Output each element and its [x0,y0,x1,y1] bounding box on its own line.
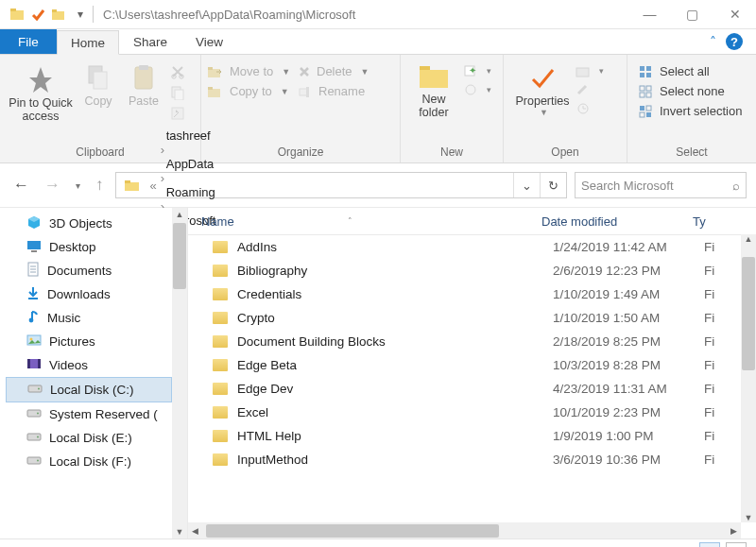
easy-access-button[interactable]: ▾ [463,83,491,96]
list-item[interactable]: AddIns 1/24/2019 11:42 AM Fi [188,235,756,259]
crumb-tashreef[interactable]: tashreef [159,128,224,143]
column-date[interactable]: Date modified [541,214,693,229]
svg-rect-25 [576,68,589,77]
collapse-ribbon-icon[interactable]: ˄ [710,34,716,49]
list-item[interactable]: Document Building Blocks 2/18/2019 8:25 … [188,330,756,353]
svg-point-24 [466,85,475,94]
nav-local-disk-e-[interactable]: Local Disk (E:) [6,426,187,450]
new-folder-button[interactable]: New folder [406,59,461,119]
nav-documents[interactable]: Documents [6,259,187,282]
open-button[interactable]: ▾ [576,64,610,77]
svg-rect-44 [31,250,37,252]
nav-3d-objects[interactable]: 3D Objects [6,212,187,235]
desktop-icon [26,239,42,255]
nav-videos[interactable]: Videos [6,353,187,377]
folder-icon [213,453,228,466]
rename-button[interactable]: Rename [298,84,388,98]
item-name: Edge Dev [237,382,293,396]
svg-text:✦: ✦ [469,65,476,76]
nav-desktop[interactable]: Desktop [6,235,187,259]
tab-file[interactable]: File [0,29,57,54]
ribbon: Pin to Quick access Copy Paste Clipboard [0,54,756,163]
svg-rect-29 [640,73,644,77]
close-button[interactable]: ✕ [713,0,756,28]
qa-properties-icon[interactable] [30,7,45,22]
nav-music[interactable]: Music [6,306,187,330]
nav-recent-button[interactable]: ▾ [72,180,84,191]
pin-quick-access-button[interactable]: Pin to Quick access [6,59,76,123]
nav-back-button[interactable]: ← [9,176,33,195]
tab-view[interactable]: View [181,29,237,54]
item-date: 1/24/2019 11:42 AM [553,240,704,254]
refresh-button[interactable]: ↻ [540,173,566,197]
move-to-button[interactable]: Move to▼ [207,64,298,78]
minimize-button[interactable]: — [628,0,671,28]
column-name[interactable]: Name ˄ [188,214,541,229]
nav-up-button[interactable]: ↑ [92,176,108,195]
nav-scrollbar[interactable]: ▲ ▼ [172,208,187,538]
copy-button[interactable]: Copy [76,59,121,108]
list-item[interactable]: InputMethod 3/6/2019 10:36 PM Fi [188,448,756,471]
group-open-label: Open [509,144,621,162]
folder-icon [213,383,228,395]
group-new: New folder ✦▾ ▾ New [401,55,504,162]
drive-icon [26,454,42,469]
nav-system-reserved-[interactable]: System Reserved ( [6,402,187,426]
item-name: InputMethod [237,453,308,467]
sort-asc-icon: ˄ [348,216,352,226]
drive-icon [26,407,42,421]
list-item[interactable]: Edge Dev 4/23/2019 11:31 AM Fi [188,377,756,401]
svg-rect-33 [640,93,644,97]
svg-rect-27 [640,66,644,71]
item-name: Credentials [237,287,301,301]
new-item-button[interactable]: ✦▾ [463,64,491,77]
copy-path-button[interactable] [170,85,185,100]
nav-label: Videos [49,358,88,372]
select-all-button[interactable]: Select all [639,64,742,78]
select-none-button[interactable]: Select none [639,84,742,98]
paste-button[interactable]: Paste [121,59,166,108]
list-item[interactable]: Excel 10/1/2019 2:23 PM Fi [188,401,756,424]
crumb-roaming[interactable]: Roaming [159,185,224,199]
crumb-appdata[interactable]: AppData [159,157,224,171]
crumb-overflow[interactable]: « [148,179,159,193]
copy-to-button[interactable]: Copy to▼ [207,84,298,98]
list-item[interactable]: Credentials 1/10/2019 1:49 AM Fi [188,282,756,306]
icons-view-button[interactable] [726,542,747,547]
nav-label: Desktop [49,240,96,254]
history-button[interactable] [576,102,610,115]
nav-local-disk-f-[interactable]: Local Disk (F:) [6,450,187,473]
invert-selection-button[interactable]: Invert selection [639,104,742,118]
maximize-button[interactable]: ▢ [671,0,713,28]
tab-share[interactable]: Share [119,29,181,54]
qat-customize-icon[interactable]: ▾ [72,8,89,21]
list-scrollbar-v[interactable]: ▲▼ [741,234,756,522]
address-bar[interactable]: « tashreef›AppData›Roaming›Microsoft› ⌄ … [115,172,568,198]
list-scrollbar-h[interactable]: ◀▶ [188,522,741,538]
list-item[interactable]: HTML Help 1/9/2019 1:00 PM Fi [188,424,756,448]
nav-downloads[interactable]: Downloads [6,282,187,306]
nav-pictures[interactable]: Pictures [6,330,187,353]
edit-button[interactable] [576,83,610,96]
delete-button[interactable]: Delete▼ [298,64,388,78]
item-date: 1/10/2019 1:50 AM [553,311,704,325]
properties-button[interactable]: Properties ▼ [509,59,576,117]
cut-button[interactable] [170,64,185,79]
list-item[interactable]: Crypto 1/10/2019 1:50 AM Fi [188,306,756,330]
help-icon[interactable]: ? [726,33,743,50]
list-item[interactable]: Bibliography 2/6/2019 12:23 PM Fi [188,259,756,282]
nav-forward-button[interactable]: → [41,176,64,195]
column-type[interactable]: Ty [693,214,756,229]
crumb-sep[interactable]: › [159,171,166,185]
paste-shortcut-button[interactable] [170,106,185,121]
nav-local-disk-c-[interactable]: Local Disk (C:) [6,377,172,402]
details-view-button[interactable] [699,542,720,547]
folder-icon [116,173,148,197]
svg-rect-0 [10,10,24,20]
address-history-button[interactable]: ⌄ [513,173,540,197]
tab-home[interactable]: Home [57,30,119,55]
search-box[interactable]: Search Microsoft ⌕ [575,172,747,198]
list-item[interactable]: Edge Beta 10/3/2019 8:28 PM Fi [188,353,756,377]
crumb-sep[interactable]: › [159,143,166,157]
qa-newfolder-icon[interactable] [51,7,66,22]
